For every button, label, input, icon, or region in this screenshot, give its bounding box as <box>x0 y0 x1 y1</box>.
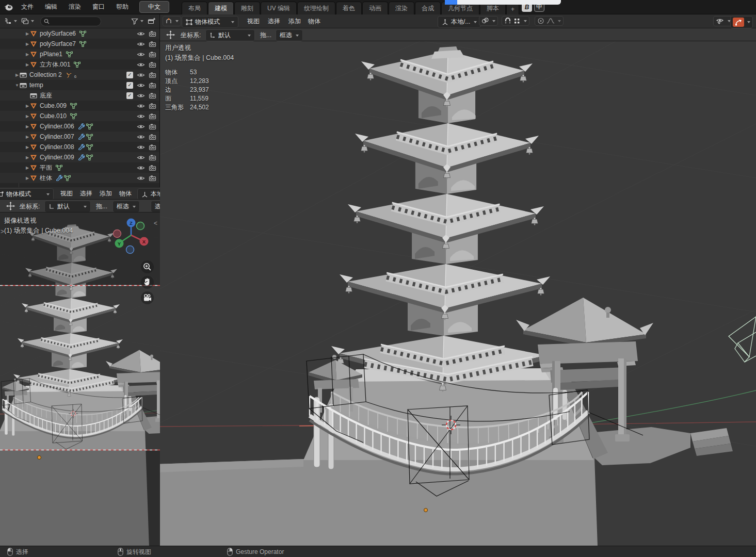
workspace-tab-9[interactable]: 合成 <box>415 2 441 14</box>
disable-in-renders-icon[interactable] <box>149 144 156 151</box>
hide-in-viewport-icon[interactable] <box>137 154 145 161</box>
hide-in-viewport-icon[interactable] <box>137 165 145 171</box>
menu-file[interactable]: 文件 <box>15 0 39 14</box>
mode-dropdown[interactable]: 物体模式 <box>0 188 54 200</box>
disclosure-arrow[interactable]: ▶ <box>25 155 30 160</box>
disclosure-arrow[interactable]: ▶ <box>25 62 30 67</box>
editor-type-dropdown[interactable] <box>163 16 181 26</box>
disclosure-arrow[interactable]: ▶ <box>25 31 30 36</box>
workspace-tab-8[interactable]: 渲染 <box>389 2 414 14</box>
filter-dropdown[interactable] <box>130 17 144 26</box>
new-collection-button[interactable] <box>147 17 156 26</box>
menu-object[interactable]: 物体 <box>303 15 325 27</box>
disable-in-renders-icon[interactable] <box>149 51 156 58</box>
disclosure-arrow[interactable]: ▶ <box>25 176 30 181</box>
outliner-row-temp[interactable]: ▼temp✓ <box>0 80 159 90</box>
zoom-button[interactable] <box>140 260 154 274</box>
disable-in-renders-icon[interactable] <box>149 82 156 89</box>
workspace-tab-3[interactable]: 雕刻 <box>234 2 260 14</box>
menu-help[interactable]: 帮助 <box>110 0 134 14</box>
object-name[interactable]: polySurface7 <box>40 40 76 47</box>
clipped-dropdown[interactable]: 选 <box>151 201 160 212</box>
outliner-row-立方体.001[interactable]: ▶立方体.001 <box>0 59 159 70</box>
disable-in-renders-icon[interactable] <box>149 134 156 140</box>
toolbar-expand-icon[interactable]: > <box>1 228 4 235</box>
snap-toggle-group[interactable] <box>502 16 529 26</box>
object-name[interactable]: Cylinder.009 <box>40 154 74 161</box>
object-name[interactable]: Collection 2 <box>29 71 62 78</box>
pivot-point-dropdown[interactable] <box>479 16 498 26</box>
disable-in-renders-icon[interactable] <box>149 165 156 171</box>
hide-in-viewport-icon[interactable] <box>137 30 145 37</box>
hide-in-viewport-icon[interactable] <box>137 41 145 47</box>
menu-render[interactable]: 渲染 <box>63 0 87 14</box>
3d-scene-canvas[interactable] <box>160 41 756 546</box>
transform-orientation-dropdown[interactable]: 本地 <box>137 188 160 200</box>
editor-type-dropdown[interactable] <box>3 17 18 26</box>
outliner-row-pPlane1[interactable]: ▶pPlane1 <box>0 49 159 59</box>
object-name[interactable]: 平面 <box>40 163 52 172</box>
object-name[interactable]: Cube.009 <box>40 102 67 109</box>
object-name[interactable]: temp <box>29 81 43 89</box>
disable-in-renders-icon[interactable] <box>149 72 156 78</box>
outliner-row-Cube.010[interactable]: ▶Cube.010 <box>0 111 159 121</box>
coord-system-dropdown[interactable]: 默认 <box>205 29 255 41</box>
outliner-row-Collection 2[interactable]: ▶Collection 26✓ <box>0 70 159 80</box>
navigation-gizmo[interactable]: Z X Y <box>112 217 152 257</box>
object-name[interactable]: Cylinder.007 <box>40 133 74 140</box>
disclosure-arrow[interactable]: ▶ <box>25 114 30 119</box>
disclosure-arrow[interactable]: ▶ <box>25 124 30 129</box>
object-name[interactable]: 底座 <box>40 91 52 100</box>
object-name[interactable]: polySurface6 <box>40 30 76 37</box>
hide-in-viewport-icon[interactable] <box>137 113 145 120</box>
collection-checkbox[interactable]: ✓ <box>126 82 133 89</box>
disclosure-arrow[interactable]: ▶ <box>25 104 30 108</box>
object-name[interactable]: pPlane1 <box>40 51 62 58</box>
menu-view[interactable]: 视图 <box>243 15 264 27</box>
pan-button[interactable] <box>140 275 154 289</box>
hide-in-viewport-icon[interactable] <box>137 123 145 130</box>
workspace-tab-6[interactable]: 着色 <box>336 2 362 14</box>
disable-in-renders-icon[interactable] <box>149 41 156 47</box>
camera-view-button[interactable] <box>140 291 154 305</box>
disclosure-arrow[interactable]: ▼ <box>14 83 20 88</box>
select-mode-dropdown[interactable]: 框选 <box>112 201 140 212</box>
menu-select[interactable]: 选择 <box>75 188 97 200</box>
menu-view[interactable]: 视图 <box>56 188 77 200</box>
menu-select[interactable]: 选择 <box>263 15 285 27</box>
disclosure-arrow[interactable]: ▶ <box>25 42 30 46</box>
language-button[interactable]: 中文 <box>139 1 169 13</box>
disclosure-arrow[interactable]: ▶ <box>25 52 30 57</box>
disable-in-renders-icon[interactable] <box>149 61 156 68</box>
collection-checkbox[interactable]: ✓ <box>126 72 133 78</box>
menu-window[interactable]: 窗口 <box>87 0 110 14</box>
outliner-row-平面[interactable]: ▶平面 <box>0 162 159 173</box>
hide-in-viewport-icon[interactable] <box>137 92 145 99</box>
disable-in-renders-icon[interactable] <box>149 175 156 182</box>
disclosure-arrow[interactable]: ▶ <box>14 73 20 77</box>
outliner-row-Cylinder.007[interactable]: ▶Cylinder.007 <box>0 132 159 142</box>
hide-in-viewport-icon[interactable] <box>137 103 145 109</box>
object-name[interactable]: 柱体 <box>40 174 52 183</box>
outliner-row-Cylinder.008[interactable]: ▶Cylinder.008 <box>0 142 159 152</box>
main-3d-viewport[interactable]: 用户透视 (1) 场景集合 | Cube.004 物体53顶点12,283边23… <box>160 41 756 546</box>
menu-object[interactable]: 物体 <box>115 188 136 200</box>
workspace-tab-2[interactable]: 建模 <box>208 2 234 14</box>
outliner-row-底座[interactable]: 底座✓ <box>0 90 159 101</box>
camera-3d-viewport[interactable]: 摄像机透视 (1) 场景集合 | Cube.004 < > Z X Y <box>0 212 160 546</box>
hide-in-viewport-icon[interactable] <box>137 61 145 68</box>
hide-in-viewport-icon[interactable] <box>137 82 145 89</box>
coord-system-dropdown[interactable]: 默认 <box>44 201 91 212</box>
outliner-row-polySurface6[interactable]: ▶polySurface6 <box>0 28 159 39</box>
outliner-row-Cylinder.009[interactable]: ▶Cylinder.009 <box>0 152 159 162</box>
disable-in-renders-icon[interactable] <box>149 103 156 109</box>
outliner-row-Cube.009[interactable]: ▶Cube.009 <box>0 101 159 111</box>
move-tool-icon[interactable] <box>6 202 15 210</box>
workspace-tab-7[interactable]: 动画 <box>362 2 388 14</box>
outliner-row-polySurface7[interactable]: ▶polySurface7 <box>0 39 159 49</box>
outliner-row-Cylinder.006[interactable]: ▶Cylinder.006 <box>0 121 159 132</box>
workspace-tab-1[interactable]: 布局 <box>182 2 207 14</box>
hide-in-viewport-icon[interactable] <box>137 72 145 78</box>
object-name[interactable]: Cube.010 <box>40 112 67 120</box>
disable-in-renders-icon[interactable] <box>149 113 156 120</box>
